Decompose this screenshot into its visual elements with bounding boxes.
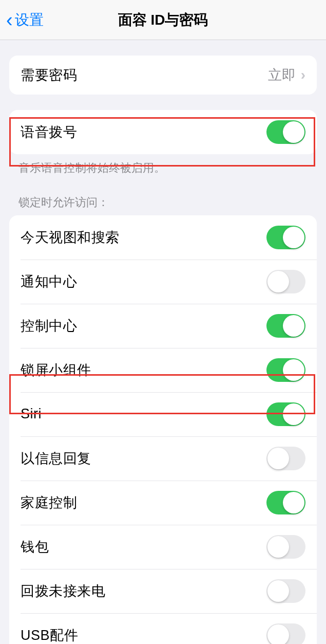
lock-access-label: 回拨未接来电 bbox=[21, 582, 105, 600]
lock-access-label: USB配件 bbox=[21, 626, 78, 644]
lock-access-toggle[interactable] bbox=[266, 623, 305, 644]
page-title: 面容 ID与密码 bbox=[118, 10, 208, 30]
lock-access-row: 以信息回复 bbox=[9, 436, 317, 481]
lock-access-label: 锁屏小组件 bbox=[21, 361, 91, 379]
voice-dial-toggle[interactable] bbox=[266, 120, 305, 144]
require-passcode-row[interactable]: 需要密码 立即 › bbox=[9, 56, 317, 95]
lock-access-row: USB配件 bbox=[9, 613, 317, 644]
lock-access-row: 通知中心 bbox=[9, 260, 317, 304]
voice-dial-row: 语音拨号 bbox=[9, 110, 317, 154]
lock-access-label: 通知中心 bbox=[21, 272, 77, 291]
group-voice-dial: 语音拨号 bbox=[9, 110, 317, 154]
lock-access-toggle[interactable] bbox=[266, 358, 305, 382]
lock-access-toggle[interactable] bbox=[266, 402, 305, 426]
require-passcode-label: 需要密码 bbox=[21, 66, 77, 84]
lock-access-row: 今天视图和搜索 bbox=[9, 215, 317, 260]
voice-dial-footer: 音乐语音控制将始终被启用。 bbox=[0, 154, 326, 176]
lock-access-label: 控制中心 bbox=[21, 317, 77, 335]
lock-access-label: 以信息回复 bbox=[21, 449, 91, 468]
lock-access-label: 钱包 bbox=[21, 538, 49, 556]
lock-access-toggle[interactable] bbox=[266, 270, 305, 293]
lock-access-toggle[interactable] bbox=[266, 447, 305, 470]
lock-access-row: Siri bbox=[9, 392, 317, 436]
lock-access-label: 家庭控制 bbox=[21, 493, 77, 512]
require-passcode-value: 立即 bbox=[268, 66, 296, 84]
group-passcode: 需要密码 立即 › bbox=[9, 56, 317, 95]
chevron-left-icon: ‹ bbox=[6, 10, 13, 30]
allow-access-header: 锁定时允许访问： bbox=[0, 176, 326, 215]
lock-access-toggle[interactable] bbox=[266, 491, 305, 514]
lock-access-row: 家庭控制 bbox=[9, 481, 317, 525]
navigation-bar: ‹ 设置 面容 ID与密码 bbox=[0, 0, 326, 40]
lock-access-label: Siri bbox=[21, 406, 42, 422]
lock-access-toggle[interactable] bbox=[266, 535, 305, 559]
group-lock-access: 今天视图和搜索通知中心控制中心锁屏小组件Siri以信息回复家庭控制钱包回拨未接来… bbox=[9, 215, 317, 644]
lock-access-row: 控制中心 bbox=[9, 304, 317, 348]
lock-access-toggle[interactable] bbox=[266, 314, 305, 338]
lock-access-row: 回拨未接来电 bbox=[9, 569, 317, 613]
lock-access-toggle[interactable] bbox=[266, 579, 305, 603]
back-label: 设置 bbox=[15, 10, 44, 30]
voice-dial-label: 语音拨号 bbox=[21, 123, 77, 141]
lock-access-label: 今天视图和搜索 bbox=[21, 228, 120, 247]
lock-access-row: 锁屏小组件 bbox=[9, 348, 317, 392]
lock-access-toggle[interactable] bbox=[266, 226, 305, 249]
back-button[interactable]: ‹ 设置 bbox=[0, 10, 44, 30]
chevron-right-icon: › bbox=[301, 67, 305, 83]
lock-access-row: 钱包 bbox=[9, 525, 317, 569]
